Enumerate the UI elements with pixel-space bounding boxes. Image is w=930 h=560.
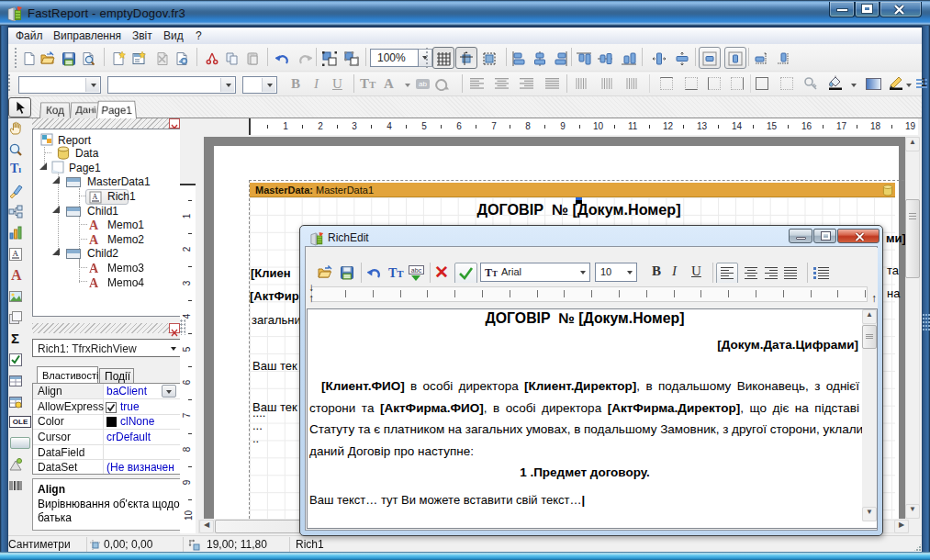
svg-text:A: A — [93, 193, 98, 201]
